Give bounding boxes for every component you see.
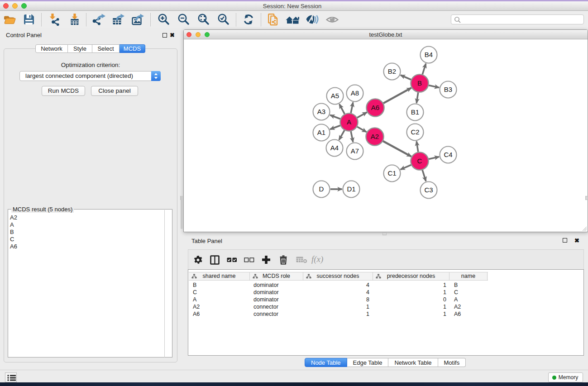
svg-text:B3: B3 (444, 86, 452, 93)
svg-text:D: D (319, 185, 324, 193)
svg-text:A1: A1 (317, 129, 325, 136)
svg-text:C2: C2 (411, 128, 419, 136)
svg-text:C4: C4 (444, 151, 452, 158)
svg-text:B: B (417, 79, 422, 87)
svg-text:A: A (347, 118, 351, 126)
svg-text:A4: A4 (330, 144, 339, 152)
svg-text:A2: A2 (371, 133, 379, 140)
svg-text:B2: B2 (388, 67, 396, 75)
svg-text:A8: A8 (351, 89, 359, 97)
svg-text:B1: B1 (411, 108, 419, 116)
svg-text:B4: B4 (425, 51, 433, 58)
svg-text:A7: A7 (351, 147, 359, 155)
svg-text:A6: A6 (371, 104, 379, 111)
svg-text:C: C (417, 157, 422, 165)
svg-text:C1: C1 (387, 169, 396, 177)
svg-text:D1: D1 (347, 185, 355, 193)
svg-text:C3: C3 (424, 186, 433, 194)
svg-text:A5: A5 (331, 92, 339, 100)
svg-text:A3: A3 (317, 108, 325, 115)
